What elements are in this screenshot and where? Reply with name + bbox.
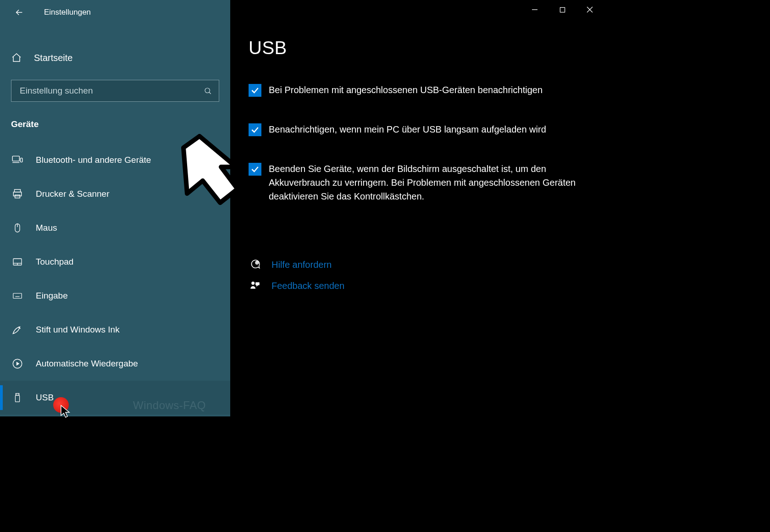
check-icon [250, 165, 260, 174]
sidebar-item-label: USB [36, 393, 54, 403]
settings-window: Einstellungen Startseite Geräte Bluetoot… [0, 0, 604, 416]
option-label: Beenden Sie Geräte, wenn der Bildschirm … [269, 162, 579, 203]
sidebar-item-typing[interactable]: Eingabe [0, 279, 230, 313]
sidebar-item-label: Stift und Windows Ink [36, 325, 120, 335]
sidebar: Einstellungen Startseite Geräte Bluetoot… [0, 0, 230, 416]
checkbox-stop-devices[interactable] [249, 163, 261, 176]
maximize-icon [559, 7, 565, 13]
svg-rect-26 [560, 7, 565, 12]
sidebar-item-usb[interactable]: USB [0, 381, 230, 415]
minimize-button[interactable] [521, 0, 548, 19]
page-title: USB [249, 38, 604, 58]
sidebar-home-label: Startseite [34, 53, 72, 63]
svg-marker-20 [17, 362, 20, 366]
sidebar-category-label: Geräte [0, 111, 230, 143]
svg-rect-13 [13, 294, 22, 299]
close-icon [587, 6, 593, 13]
feedback-icon [249, 279, 261, 292]
svg-rect-21 [16, 393, 19, 396]
sidebar-item-label: Automatische Wiedergabe [36, 359, 138, 369]
content-area: USB Bei Problemen mit angeschlossenen US… [230, 0, 604, 416]
check-icon [250, 86, 260, 95]
arrow-left-icon [14, 7, 24, 17]
help-link-label: Hilfe anfordern [271, 260, 332, 270]
checkbox-slow-charge[interactable] [249, 123, 261, 136]
option-label: Benachrichtigen, wenn mein PC über USB l… [269, 122, 546, 136]
svg-rect-5 [15, 189, 21, 192]
sidebar-home[interactable]: Startseite [0, 44, 230, 72]
mouse-icon [11, 222, 24, 234]
maximize-button[interactable] [548, 0, 576, 19]
search-input[interactable] [20, 86, 203, 96]
devices-icon [11, 154, 24, 166]
minimize-icon [532, 6, 538, 13]
printer-icon [11, 188, 24, 200]
sidebar-item-mouse[interactable]: Maus [0, 211, 230, 245]
close-button[interactable] [576, 0, 604, 19]
autoplay-icon [11, 357, 24, 370]
svg-text:?: ? [256, 261, 258, 264]
option-label: Bei Problemen mit angeschlossenen USB-Ge… [269, 83, 543, 97]
sidebar-item-pen[interactable]: Stift und Windows Ink [0, 313, 230, 347]
svg-rect-22 [15, 395, 19, 402]
sidebar-item-printers[interactable]: Drucker & Scanner [0, 177, 230, 211]
sidebar-item-label: Bluetooth- und andere Geräte [36, 155, 151, 165]
svg-rect-7 [15, 195, 20, 198]
search-box[interactable] [11, 80, 219, 102]
usb-icon [11, 391, 24, 404]
title-bar-left: Einstellungen [0, 0, 230, 25]
search-icon [203, 86, 212, 95]
sidebar-item-autoplay[interactable]: Automatische Wiedergabe [0, 347, 230, 381]
keyboard-icon [11, 289, 24, 302]
option-usb-problems: Bei Problemen mit angeschlossenen USB-Ge… [249, 83, 579, 97]
sidebar-item-bluetooth[interactable]: Bluetooth- und andere Geräte [0, 143, 230, 177]
checkbox-usb-problems[interactable] [249, 84, 261, 97]
home-icon [11, 52, 22, 63]
svg-rect-3 [21, 158, 22, 162]
svg-rect-32 [255, 282, 260, 285]
feedback-link-label: Feedback senden [271, 281, 344, 291]
svg-rect-2 [12, 156, 19, 161]
back-button[interactable] [13, 6, 26, 19]
touchpad-icon [11, 255, 24, 268]
svg-point-0 [205, 88, 210, 93]
help-link[interactable]: ? Hilfe anfordern [249, 258, 604, 271]
sidebar-item-label: Touchpad [36, 257, 73, 267]
window-controls [521, 0, 604, 19]
sidebar-item-label: Drucker & Scanner [36, 189, 110, 199]
feedback-link[interactable]: Feedback senden [249, 279, 604, 292]
help-icon: ? [249, 258, 261, 271]
sidebar-item-label: Maus [36, 223, 57, 233]
app-title: Einstellungen [44, 8, 91, 17]
svg-line-1 [209, 92, 211, 94]
option-stop-devices: Beenden Sie Geräte, wenn der Bildschirm … [249, 162, 579, 203]
sidebar-item-touchpad[interactable]: Touchpad [0, 245, 230, 279]
svg-point-31 [251, 282, 255, 285]
sidebar-item-label: Eingabe [36, 291, 68, 301]
pen-icon [11, 323, 24, 336]
sidebar-nav: Bluetooth- und andere Geräte Drucker & S… [0, 143, 230, 415]
check-icon [250, 125, 260, 134]
svg-marker-33 [256, 285, 258, 287]
option-slow-charge: Benachrichtigen, wenn mein PC über USB l… [249, 122, 579, 136]
